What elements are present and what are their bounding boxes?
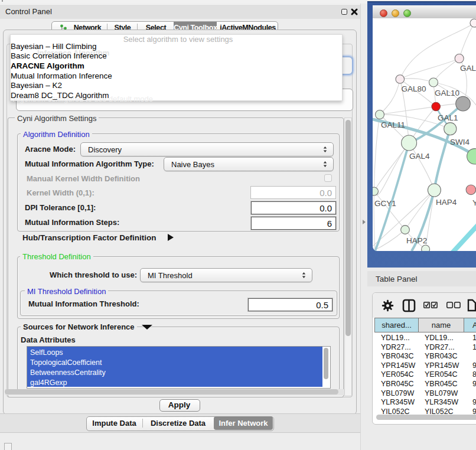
svg-text:HAP4: HAP4 (436, 198, 457, 207)
svg-text:Y: Y (472, 198, 476, 207)
svg-text:HAP2: HAP2 (406, 236, 427, 245)
svg-text:GAL10: GAL10 (435, 89, 459, 97)
svg-text:SWI4: SWI4 (450, 138, 470, 146)
svg-text:GAL80: GAL80 (402, 84, 426, 93)
svg-text:GAL11: GAL11 (381, 120, 405, 129)
svg-text:GAL80: GAL80 (460, 64, 476, 73)
svg-text:GCY1: GCY1 (374, 199, 396, 208)
svg-text:GAL4: GAL4 (409, 152, 430, 161)
svg-text:GAL1: GAL1 (438, 113, 458, 122)
